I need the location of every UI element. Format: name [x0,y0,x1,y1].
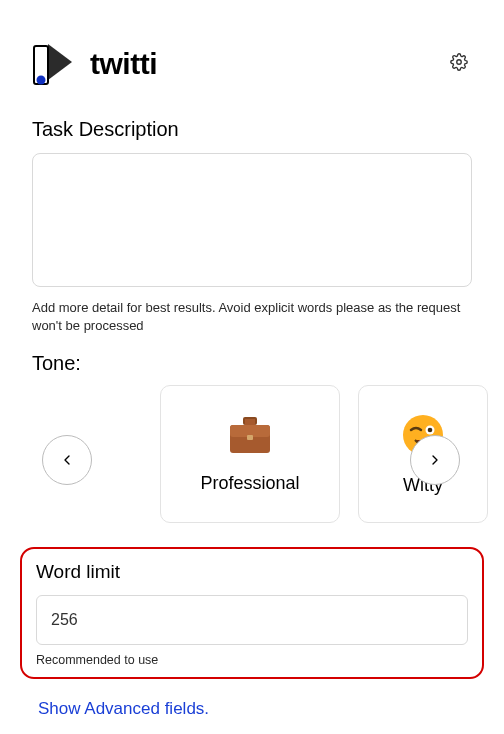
tone-carousel: Professional Witty [0,385,504,535]
logo-icon [32,40,80,88]
tone-option-label: Professional [200,473,299,494]
settings-button[interactable] [446,49,472,79]
tone-next-button[interactable] [410,435,460,485]
briefcase-icon [228,415,272,455]
chevron-right-icon [427,452,443,468]
show-advanced-link[interactable]: Show Advanced fields. [38,699,209,719]
svg-rect-4 [245,419,255,425]
brand-logo: twitti [32,40,157,88]
brand-name: twitti [90,47,157,81]
chevron-left-icon [59,452,75,468]
task-description-hint: Add more detail for best results. Avoid … [32,299,472,334]
task-description-label: Task Description [32,118,472,141]
gear-icon [450,53,468,71]
word-limit-hint: Recommended to use [36,653,468,667]
svg-point-2 [457,60,462,65]
task-description-input[interactable] [32,153,472,287]
word-limit-label: Word limit [36,561,468,583]
tone-label: Tone: [32,352,472,375]
word-limit-section: Word limit Recommended to use [20,547,484,679]
svg-point-1 [37,76,46,85]
tone-prev-button[interactable] [42,435,92,485]
svg-rect-7 [247,435,253,440]
word-limit-input[interactable] [36,595,468,645]
tone-option-professional[interactable]: Professional [160,385,340,523]
svg-point-10 [428,427,433,432]
